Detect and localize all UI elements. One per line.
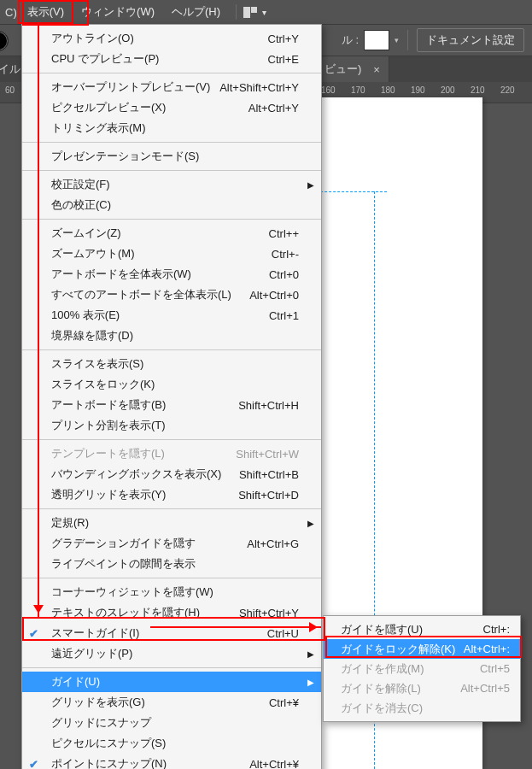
menu-item-label: テキストのスレッドを隠す(H) <box>51 605 200 620</box>
menu-item-shortcut: Alt+Ctrl+¥ <box>249 758 299 770</box>
menu-item[interactable]: CPU でプレビュー(P)Ctrl+E <box>22 49 321 69</box>
control-separator <box>407 30 408 50</box>
menu-item-label: スライスを表示(S) <box>51 356 143 372</box>
menu-item-label: グラデーションガイドを隠す <box>51 536 196 551</box>
menu-item[interactable]: スライスをロック(K) <box>22 374 321 395</box>
menu-item-label: トリミング表示(M) <box>51 120 146 136</box>
tab-close-icon[interactable]: × <box>373 63 380 76</box>
submenu-arrow-icon: ▶ <box>307 519 314 528</box>
menu-item-shortcut: Shift+Ctrl+H <box>238 399 299 412</box>
menu-item-label: アウトライン(O) <box>51 31 134 46</box>
menu-item[interactable]: スライスを表示(S) <box>22 354 321 374</box>
submenu-item-shortcut: Alt+Ctrl+5 <box>460 682 510 695</box>
menu-item[interactable]: グラデーションガイドを隠すAlt+Ctrl+G <box>22 533 321 554</box>
check-icon: ✔ <box>29 758 38 770</box>
menu-item[interactable]: コーナーウィジェットを隠す(W) <box>22 582 321 602</box>
menu-item-label: テンプレートを隠す(L) <box>51 446 165 461</box>
workspace-layout-dropdown-icon[interactable]: ▾ <box>262 8 266 17</box>
workspace-layout-icon[interactable] <box>243 7 257 18</box>
menu-window[interactable]: ウィンドウ(W) <box>73 1 163 23</box>
submenu-item[interactable]: ガイドを隠す(U)Ctrl+: <box>324 619 520 639</box>
menu-item-label: 定規(R) <box>51 515 89 531</box>
menu-item[interactable]: アウトライン(O)Ctrl+Y <box>22 28 321 49</box>
menu-item-shortcut: Alt+Ctrl+G <box>247 537 299 550</box>
menu-item-label: スライスをロック(K) <box>51 377 155 392</box>
document-tab[interactable]: ビュー) × <box>316 56 389 82</box>
menu-item-shortcut: Shift+Ctrl+B <box>239 468 299 481</box>
menu-item-shortcut: Ctrl+U <box>267 627 299 640</box>
menu-item-label: バウンディングボックスを表示(X) <box>51 467 221 482</box>
menu-item[interactable]: 境界線を隠す(D) <box>22 326 321 346</box>
menu-item[interactable]: ライブペイントの隙間を表示 <box>22 554 321 574</box>
menu-item-label: 透明グリッドを表示(Y) <box>51 487 166 502</box>
menu-item[interactable]: 100% 表示(E)Ctrl+1 <box>22 305 321 326</box>
menu-item[interactable]: ガイド(U)▶ <box>22 672 321 692</box>
menu-item-label: アートボードを隠す(B) <box>51 397 166 413</box>
submenu-item-label: ガイドを隠す(U) <box>341 622 423 637</box>
menu-item[interactable]: 透明グリッドを表示(Y)Shift+Ctrl+D <box>22 484 321 505</box>
menu-view[interactable]: 表示(V) <box>19 1 73 23</box>
menu-help[interactable]: ヘルプ(H) <box>163 1 229 23</box>
menu-item[interactable]: アートボードを隠す(B)Shift+Ctrl+H <box>22 395 321 415</box>
menu-item-shortcut: Ctrl+E <box>268 53 299 66</box>
submenu-arrow-icon: ▶ <box>307 649 314 659</box>
submenu-item: ガイドを解除(L)Alt+Ctrl+5 <box>324 678 520 698</box>
menu-item[interactable]: すべてのアートボードを全体表示(L)Alt+Ctrl+0 <box>22 285 321 305</box>
document-settings-button[interactable]: ドキュメント設定 <box>417 28 524 52</box>
menu-item-shortcut: Ctrl+- <box>272 248 299 261</box>
menu-item[interactable]: 色の校正(C) <box>22 195 321 215</box>
color-swatch[interactable] <box>364 30 389 50</box>
ruler-tick: 170 <box>351 85 365 95</box>
menu-item-label: グリッドを表示(G) <box>51 695 145 710</box>
menu-item[interactable]: オーバープリントプレビュー(V)Alt+Shift+Ctrl+Y <box>22 77 321 97</box>
menu-item[interactable]: プレゼンテーションモード(S) <box>22 146 321 167</box>
submenu-item-label: ガイドをロック解除(K) <box>341 642 455 657</box>
check-icon: ✔ <box>29 627 38 640</box>
menu-item[interactable]: 定規(R)▶ <box>22 513 321 533</box>
menu-item-shortcut: Shift+Ctrl+D <box>238 489 299 502</box>
menu-item-label: プリント分割を表示(T) <box>51 418 166 433</box>
menu-item[interactable]: プリント分割を表示(T) <box>22 415 321 436</box>
menu-item-shortcut: Alt+Ctrl+0 <box>249 289 299 302</box>
menu-item[interactable]: ズームアウト(M)Ctrl+- <box>22 244 321 264</box>
submenu-item-label: ガイドを消去(C) <box>341 701 423 716</box>
menu-item-label: ピクセルにスナップ(S) <box>51 736 166 751</box>
fill-swatch[interactable] <box>0 31 9 51</box>
menu-item-label: 境界線を隠す(D) <box>51 328 133 343</box>
menu-item-label: ズームイン(Z) <box>51 226 121 241</box>
menu-item[interactable]: ピクセルにスナップ(S) <box>22 733 321 754</box>
view-menu-dropdown: アウトライン(O)Ctrl+YCPU でプレビュー(P)Ctrl+Eオーバープリ… <box>21 24 322 769</box>
menu-item-label: ズームアウト(M) <box>51 246 135 261</box>
menu-item[interactable]: 校正設定(F)▶ <box>22 174 321 195</box>
ruler-tick: 190 <box>411 85 425 95</box>
menu-item-label: ピクセルプレビュー(X) <box>51 100 166 115</box>
menu-item[interactable]: アートボードを全体表示(W)Ctrl+0 <box>22 264 321 285</box>
menu-item[interactable]: 遠近グリッド(P)▶ <box>22 643 321 664</box>
menu-item[interactable]: ズームイン(Z)Ctrl++ <box>22 223 321 244</box>
menu-item-shortcut: Alt+Ctrl+Y <box>248 102 299 114</box>
submenu-item: ガイドを消去(C) <box>324 698 520 718</box>
menu-item[interactable]: グリッドにスナップ <box>22 713 321 733</box>
submenu-item-shortcut: Ctrl+5 <box>480 662 510 675</box>
menu-item-label: 100% 表示(E) <box>51 308 120 323</box>
menu-item[interactable]: バウンディングボックスを表示(X)Shift+Ctrl+B <box>22 464 321 484</box>
menu-item-label: アートボードを全体表示(W) <box>51 267 191 282</box>
guides-submenu: ガイドを隠す(U)Ctrl+:ガイドをロック解除(K)Alt+Ctrl+:ガイド… <box>323 615 521 722</box>
menu-item-label: ポイントにスナップ(N) <box>51 756 167 769</box>
menu-item[interactable]: ピクセルプレビュー(X)Alt+Ctrl+Y <box>22 97 321 118</box>
menu-item[interactable]: トリミング表示(M) <box>22 118 321 138</box>
submenu-arrow-icon: ▶ <box>307 678 314 687</box>
tab-label: ビュー) <box>324 62 361 77</box>
swatch-dropdown-icon[interactable]: ▾ <box>395 36 399 44</box>
menu-item[interactable]: グリッドを表示(G)Ctrl+¥ <box>22 692 321 713</box>
menu-item-shortcut: Alt+Shift+Ctrl+Y <box>219 81 299 94</box>
menu-item-shortcut: Ctrl+¥ <box>269 696 299 709</box>
submenu-item[interactable]: ガイドをロック解除(K)Alt+Ctrl+: <box>324 639 520 659</box>
menu-item: テンプレートを隠す(L)Shift+Ctrl+W <box>22 443 321 464</box>
menu-item[interactable]: テキストのスレッドを隠す(H)Shift+Ctrl+Y <box>22 602 321 623</box>
ruler-tick: 180 <box>381 85 395 95</box>
menubar-separator <box>236 4 237 20</box>
menu-item-label: ライブペイントの隙間を表示 <box>51 556 196 572</box>
menu-item[interactable]: ✔ポイントにスナップ(N)Alt+Ctrl+¥ <box>22 754 321 769</box>
submenu-item-shortcut: Alt+Ctrl+: <box>464 643 510 655</box>
